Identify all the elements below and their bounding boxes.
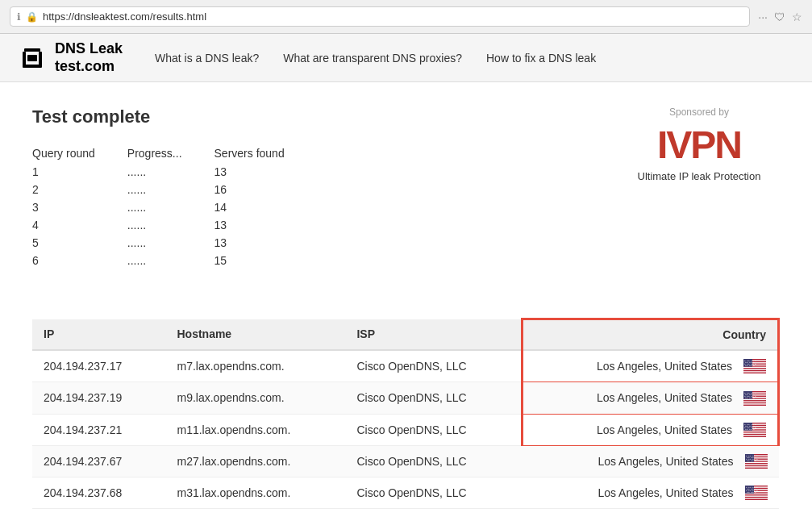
query-row: 2......16 [32, 181, 317, 198]
cell-isp: Cisco OpenDNS, LLC [345, 414, 522, 445]
query-row: 3......14 [32, 198, 317, 216]
svg-rect-11 [743, 372, 766, 373]
table-row: 204.194.237.17m7.lax.opendns.com.Cisco O… [32, 350, 779, 382]
cell-hostname: m7.lax.opendns.com. [165, 350, 345, 382]
cell-isp: Cisco OpenDNS, LLC [345, 477, 522, 509]
ivpn-logo[interactable]: IVPN [618, 123, 780, 167]
results-col-ip: IP [32, 319, 165, 351]
cell-isp: Cisco OpenDNS, LLC [345, 350, 522, 382]
query-progress-table: Query round Progress... Servers found 1.… [32, 144, 317, 269]
svg-rect-57 [745, 494, 768, 494]
nav-link-transparent-proxies[interactable]: What are transparent DNS proxies? [283, 52, 462, 65]
results-col-isp: ISP [345, 319, 522, 351]
svg-rect-22 [743, 401, 766, 402]
country-text: Los Angeles, United States [597, 423, 732, 436]
cell-hostname: m27.lax.opendns.com. [165, 445, 345, 477]
us-flag-icon: ★ ★ ★ ★ ★ ★ ★ ★ ★ ★ ★ ★ ★ ★ ★ ★ ★ ★ ★ ★ … [745, 454, 768, 469]
cell-ip: 204.194.237.21 [32, 414, 165, 445]
col-query-round: Query round [32, 144, 127, 163]
query-cell: 3 [32, 198, 127, 216]
logo-text: DNS Leak test.com [55, 40, 123, 75]
cell-ip: 204.194.237.17 [32, 350, 165, 382]
cell-hostname: m9.lax.opendns.com. [165, 382, 345, 414]
query-cell: ...... [127, 252, 214, 269]
query-cell: 6 [32, 252, 127, 269]
results-col-country: Country [522, 319, 778, 351]
logo-icon [16, 42, 48, 74]
query-cell: 13 [214, 216, 317, 234]
query-cell: 13 [214, 163, 317, 181]
country-text: Los Angeles, United States [597, 360, 732, 373]
main-layout: Test complete Query round Progress... Se… [32, 106, 780, 509]
us-flag-icon: ★ ★ ★ ★ ★ ★ ★ ★ ★ ★ ★ ★ ★ ★ ★ ★ ★ ★ ★ ★ … [745, 486, 768, 500]
svg-rect-4 [27, 55, 37, 61]
cell-country: Los Angeles, United States ★ ★ ★ ★ ★ ★ ★… [522, 477, 778, 509]
results-table: IP Hostname ISP Country 204.194.237.17m7… [32, 318, 780, 509]
query-cell: 16 [214, 181, 317, 198]
cell-hostname: m11.lax.opendns.com. [165, 414, 345, 445]
info-icon: ℹ [17, 11, 21, 23]
cell-isp: Cisco OpenDNS, LLC [345, 445, 522, 477]
query-cell: ...... [127, 198, 214, 216]
svg-rect-46 [745, 465, 768, 465]
query-cell: 5 [32, 234, 127, 252]
query-cell: ...... [127, 234, 214, 252]
col-servers-found: Servers found [214, 144, 317, 163]
cell-country: Los Angeles, United States ★ ★ ★ ★ ★ ★ ★… [522, 414, 778, 445]
results-col-hostname: Hostname [165, 319, 345, 351]
svg-rect-34 [743, 432, 766, 433]
svg-rect-0 [24, 48, 40, 52]
query-row: 5......13 [32, 234, 317, 252]
site-logo: DNS Leak test.com [16, 40, 123, 75]
country-text: Los Angeles, United States [597, 391, 732, 404]
country-cell-content: Los Angeles, United States ★ ★ ★ ★ ★ ★ ★… [533, 486, 767, 500]
col-progress: Progress... [127, 144, 214, 163]
svg-rect-9 [743, 367, 766, 368]
cell-country: Los Angeles, United States ★ ★ ★ ★ ★ ★ ★… [522, 445, 778, 477]
sponsor-box: Sponsored by IVPN Ultimate IP leak Prote… [618, 106, 780, 182]
sponsor-label: Sponsored by [618, 106, 780, 118]
query-cell: 13 [214, 234, 317, 252]
us-flag-icon: ★ ★ ★ ★ ★ ★ ★ ★ ★ ★ ★ ★ ★ ★ ★ ★ ★ ★ ★ ★ … [743, 423, 766, 437]
query-row: 1......13 [32, 163, 317, 181]
bookmark-icon[interactable]: ☆ [792, 10, 802, 23]
nav-link-fix-leak[interactable]: How to fix a DNS leak [486, 52, 596, 65]
cell-isp: Cisco OpenDNS, LLC [345, 382, 522, 414]
query-row: 4......13 [32, 216, 317, 234]
url-text: https://dnsleaktest.com/results.html [43, 10, 206, 23]
svg-rect-35 [743, 435, 766, 436]
svg-rect-47 [745, 466, 768, 467]
table-row: 204.194.237.68m31.lax.opendns.com.Cisco … [32, 477, 779, 509]
cell-ip: 204.194.237.67 [32, 445, 165, 477]
svg-rect-23 [743, 403, 766, 404]
address-bar[interactable]: ℹ 🔒 https://dnsleaktest.com/results.html [10, 6, 750, 27]
country-text: Los Angeles, United States [598, 455, 733, 468]
shield-icon[interactable]: 🛡 [774, 10, 785, 23]
country-text: Los Angeles, United States [598, 486, 733, 499]
country-cell-content: Los Angeles, United States ★ ★ ★ ★ ★ ★ ★… [533, 454, 767, 469]
logo-line2: test.com [55, 58, 123, 76]
table-row: 204.194.237.21m11.lax.opendns.com.Cisco … [32, 414, 779, 445]
ivpn-brand: IVPN [657, 123, 741, 166]
us-flag-icon: ★ ★ ★ ★ ★ ★ ★ ★ ★ ★ ★ ★ ★ ★ ★ ★ ★ ★ ★ ★ … [743, 391, 766, 406]
svg-rect-45 [745, 462, 768, 463]
country-cell-content: Los Angeles, United States ★ ★ ★ ★ ★ ★ ★… [535, 359, 766, 373]
cell-ip: 204.194.237.19 [32, 382, 165, 414]
us-flag-icon: ★ ★ ★ ★ ★ ★ ★ ★ ★ ★ ★ ★ ★ ★ ★ ★ ★ ★ ★ ★ … [743, 359, 766, 373]
country-cell-content: Los Angeles, United States ★ ★ ★ ★ ★ ★ ★… [535, 390, 766, 405]
query-cell: ...... [127, 163, 214, 181]
sponsor-tagline: Ultimate IP leak Protection [618, 170, 780, 182]
query-cell: 4 [32, 216, 127, 234]
site-nav: DNS Leak test.com What is a DNS leak? Wh… [0, 34, 812, 82]
query-cell: 1 [32, 163, 127, 181]
svg-rect-21 [743, 398, 766, 399]
country-cell-content: Los Angeles, United States ★ ★ ★ ★ ★ ★ ★… [535, 423, 766, 437]
query-row: 6......15 [32, 252, 317, 269]
query-cell: 14 [214, 198, 317, 216]
svg-rect-3 [24, 65, 40, 68]
lock-icon: 🔒 [26, 11, 38, 23]
svg-rect-59 [745, 498, 768, 499]
more-icon[interactable]: ··· [758, 10, 768, 23]
nav-link-dns-leak[interactable]: What is a DNS leak? [155, 52, 259, 65]
cell-country: Los Angeles, United States ★ ★ ★ ★ ★ ★ ★… [522, 350, 778, 382]
